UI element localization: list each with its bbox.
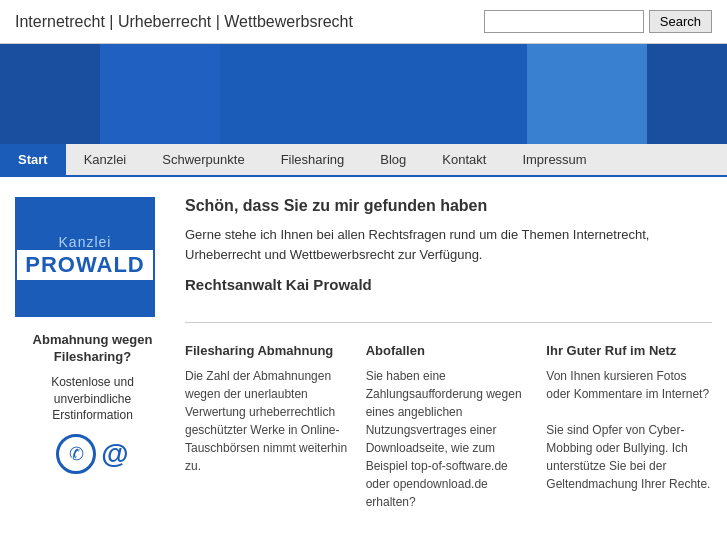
nav-item-kanzlei[interactable]: Kanzlei bbox=[66, 144, 145, 175]
card-abofallen-title: Abofallen bbox=[366, 343, 532, 360]
lawyer-name: Rechtsanwalt Kai Prowald bbox=[185, 274, 712, 297]
search-area: Search bbox=[484, 10, 712, 33]
card-ruf: Ihr Guter Ruf im Netz Von Ihnen kursiere… bbox=[546, 343, 712, 512]
card-filesharing-title: Filesharing Abmahnung bbox=[185, 343, 351, 360]
intro-body: Gerne stehe ich Ihnen bei allen Rechtsfr… bbox=[185, 225, 712, 264]
card-abofallen-body: Sie haben eine Zahlungsaufforderung wege… bbox=[366, 367, 532, 511]
site-title: Internetrecht | Urheberrecht | Wettbewer… bbox=[15, 13, 353, 31]
nav-item-impressum[interactable]: Impressum bbox=[504, 144, 604, 175]
hero-block-5 bbox=[647, 44, 727, 144]
nav-item-start[interactable]: Start bbox=[0, 144, 66, 175]
nav-item-kontakt[interactable]: Kontakt bbox=[424, 144, 504, 175]
card-filesharing: Filesharing Abmahnung Die Zahl der Abmah… bbox=[185, 343, 351, 512]
phone-icon: ✆ bbox=[56, 434, 96, 474]
cta-title: Abmahnung wegen Filesharing? bbox=[15, 332, 170, 366]
intro-section: Schön, dass Sie zu mir gefunden haben Ge… bbox=[185, 197, 712, 323]
cta-sub: Kostenlose und unverbindliche Erstinform… bbox=[15, 374, 170, 424]
logo-prowald: PROWALD bbox=[17, 250, 152, 280]
card-ruf-title: Ihr Guter Ruf im Netz bbox=[546, 343, 712, 360]
hero-block-3 bbox=[220, 44, 527, 144]
card-abofallen: Abofallen Sie haben eine Zahlungsaufford… bbox=[366, 343, 532, 512]
main-content: Kanzlei PROWALD Abmahnung wegen Fileshar… bbox=[0, 177, 727, 531]
sidebar-cta: Abmahnung wegen Filesharing? Kostenlose … bbox=[15, 332, 170, 474]
main-nav: Start Kanzlei Schwerpunkte Filesharing B… bbox=[0, 144, 727, 177]
cards-row: Filesharing Abmahnung Die Zahl der Abmah… bbox=[185, 343, 712, 512]
header: Internetrecht | Urheberrecht | Wettbewer… bbox=[0, 0, 727, 44]
hero-block-1 bbox=[0, 44, 100, 144]
logo-kanzlei: Kanzlei bbox=[59, 234, 112, 250]
intro-heading: Schön, dass Sie zu mir gefunden haben bbox=[185, 197, 712, 215]
card-filesharing-body: Die Zahl der Abmahnungen wegen der unerl… bbox=[185, 367, 351, 475]
search-input[interactable] bbox=[484, 10, 644, 33]
sidebar: Kanzlei PROWALD Abmahnung wegen Fileshar… bbox=[15, 197, 170, 511]
nav-item-schwerpunkte[interactable]: Schwerpunkte bbox=[144, 144, 262, 175]
contact-icons: ✆ @ bbox=[15, 434, 170, 474]
page-content: Schön, dass Sie zu mir gefunden haben Ge… bbox=[185, 197, 712, 511]
nav-item-blog[interactable]: Blog bbox=[362, 144, 424, 175]
hero-block-2 bbox=[100, 44, 220, 144]
card-ruf-body: Von Ihnen kursieren Fotos oder Kommentar… bbox=[546, 367, 712, 493]
logo: Kanzlei PROWALD bbox=[15, 197, 155, 317]
hero-block-4 bbox=[527, 44, 647, 144]
nav-item-filesharing[interactable]: Filesharing bbox=[263, 144, 363, 175]
search-button[interactable]: Search bbox=[649, 10, 712, 33]
hero-banner bbox=[0, 44, 727, 144]
email-icon: @ bbox=[101, 438, 128, 470]
